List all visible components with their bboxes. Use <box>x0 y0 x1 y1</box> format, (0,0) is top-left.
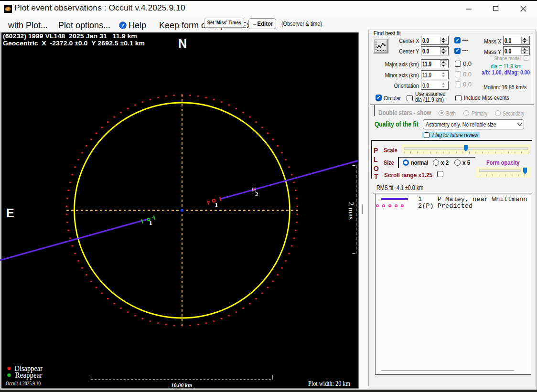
svg-text:1: 1 <box>149 219 152 226</box>
svg-text:N: N <box>178 37 187 50</box>
svg-text:E: E <box>6 206 14 220</box>
svg-text:Geocentric X -2372.0 ±0.0 Y: Geocentric X -2372.0 ±0.0 Y 2692.5 ±0.1 … <box>3 40 145 47</box>
svg-text:1: 1 <box>215 201 218 208</box>
svg-text:(60232) 1999 VL148 2025 Jan 3: (60232) 1999 VL148 2025 Jan 31 11.9 km <box>3 32 137 40</box>
svg-text:2 mas: 2 mas <box>347 202 355 220</box>
svg-text:Plot width: 20 km: Plot width: 20 km <box>308 380 351 387</box>
svg-text:2: 2 <box>255 191 258 198</box>
svg-text:Reappear: Reappear <box>15 371 43 380</box>
svg-text:10.00 km: 10.00 km <box>171 381 192 389</box>
svg-text:Occult 4.2025.9.10: Occult 4.2025.9.10 <box>6 380 41 387</box>
